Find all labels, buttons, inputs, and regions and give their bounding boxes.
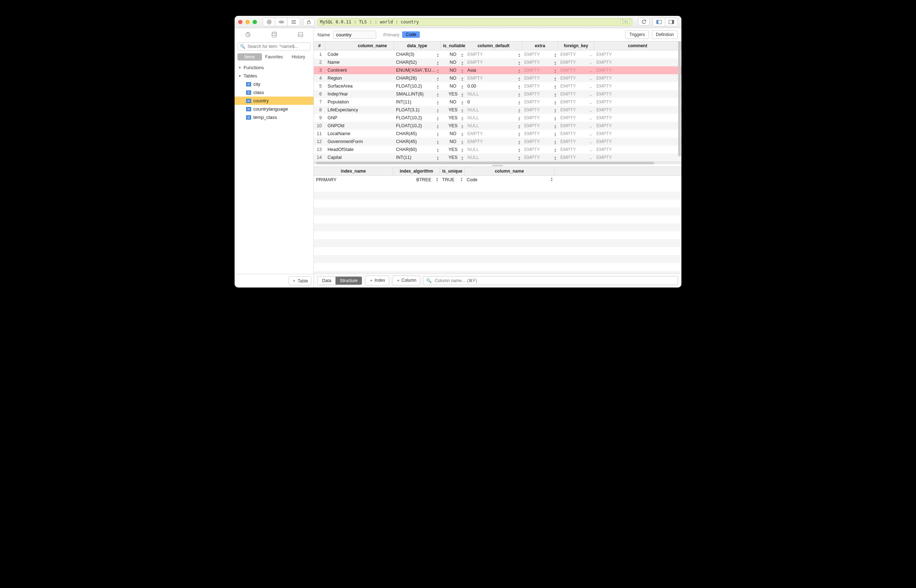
database-icon[interactable] (270, 30, 279, 39)
stepper-icon[interactable]: ▲▼ (461, 85, 464, 89)
col-name[interactable]: Continent (325, 68, 394, 73)
table-name-input[interactable] (333, 31, 376, 39)
col-comment[interactable]: EMPTY (594, 115, 682, 120)
col-comment[interactable]: EMPTY (594, 76, 682, 81)
col-comment[interactable]: EMPTY (594, 52, 682, 57)
col-default[interactable]: 0▲▼ (465, 99, 522, 105)
stepper-icon[interactable]: ▲▼ (554, 132, 557, 136)
col-fk[interactable]: EMPTY→ (558, 84, 594, 89)
stepper-icon[interactable]: ▲▼ (436, 77, 439, 81)
arrow-right-icon[interactable]: → (589, 117, 593, 120)
col-nullable[interactable]: NO▲▼ (441, 60, 465, 65)
col-extra[interactable]: EMPTY▲▼ (522, 68, 558, 73)
stepper-icon[interactable]: ▲▼ (461, 93, 464, 97)
col-comment[interactable]: EMPTY (594, 107, 682, 112)
stepper-icon[interactable]: ▲▼ (436, 100, 439, 105)
col-name[interactable]: GNP (325, 115, 394, 120)
stepper-icon[interactable]: ▲▼ (518, 132, 521, 136)
connection-breadcrumb[interactable]: MySQL 8.0.11 : TLS : : world : country l… (317, 18, 632, 26)
stepper-icon[interactable]: ▲▼ (518, 93, 521, 97)
arrow-right-icon[interactable]: → (589, 101, 593, 105)
col-nullable[interactable]: NO▲▼ (441, 52, 465, 57)
idx-unique[interactable]: TRUE▲▼ (440, 176, 464, 184)
arrow-right-icon[interactable]: → (589, 93, 593, 97)
left-pane-toggle[interactable] (653, 18, 665, 26)
segment-favorites[interactable]: Favorites (262, 53, 286, 61)
header-comment[interactable]: comment (594, 42, 682, 50)
column-row[interactable]: 4RegionCHAR(26)▲▼NO▲▼EMPTY▲▼EMPTY▲▼EMPTY… (314, 74, 682, 82)
col-nullable[interactable]: NO▲▼ (441, 131, 465, 136)
arrow-right-icon[interactable]: → (589, 69, 593, 73)
header-default[interactable]: column_default (465, 42, 522, 50)
col-default[interactable]: 0.00▲▼ (465, 84, 522, 89)
col-name[interactable]: SurfaceArea (325, 84, 394, 89)
stepper-icon[interactable]: ▲▼ (436, 124, 439, 128)
col-type[interactable]: CHAR(45)▲▼ (394, 139, 441, 144)
col-fk[interactable]: EMPTY→ (558, 76, 594, 81)
stepper-icon[interactable]: ▲▼ (518, 124, 521, 128)
stepper-icon[interactable]: ▲▼ (550, 177, 553, 182)
col-type[interactable]: INT(11)▲▼ (394, 99, 441, 105)
zoom-window-button[interactable] (253, 20, 257, 24)
col-fk[interactable]: EMPTY→ (558, 52, 594, 57)
idx-col[interactable]: Code▲▼ (464, 176, 554, 184)
add-index-button[interactable]: ＋ Index (365, 276, 389, 285)
col-fk[interactable]: EMPTY→ (558, 107, 594, 112)
col-name[interactable]: LocalName (325, 131, 394, 136)
arrow-right-icon[interactable]: → (589, 149, 593, 152)
stepper-icon[interactable]: ▲▼ (461, 77, 464, 81)
stepper-icon[interactable]: ▲▼ (518, 53, 521, 57)
stepper-icon[interactable]: ▲▼ (461, 69, 464, 73)
segment-items[interactable]: Items (237, 53, 262, 61)
stepper-icon[interactable]: ▲▼ (461, 116, 464, 120)
arrow-right-icon[interactable]: → (589, 61, 593, 65)
col-comment[interactable]: EMPTY (594, 147, 682, 152)
stepper-icon[interactable]: ▲▼ (554, 156, 557, 160)
col-comment[interactable]: EMPTY (594, 155, 682, 160)
col-fk[interactable]: EMPTY→ (558, 60, 594, 65)
col-extra[interactable]: EMPTY▲▼ (522, 155, 558, 160)
sidebar-table-temp_class[interactable]: temp_class (234, 113, 313, 121)
col-extra[interactable]: EMPTY▲▼ (522, 92, 558, 97)
arrow-right-icon[interactable]: → (589, 77, 593, 81)
col-name[interactable]: Name (325, 60, 394, 65)
col-nullable[interactable]: YES▲▼ (441, 92, 465, 97)
vertical-scrollbar[interactable] (678, 41, 681, 157)
sidebar-table-city[interactable]: city (234, 80, 313, 88)
col-name[interactable]: Region (325, 76, 394, 81)
col-name[interactable]: GovernmentForm (325, 139, 394, 144)
col-type[interactable]: INT(11)▲▼ (394, 155, 441, 160)
col-nullable[interactable]: YES▲▼ (441, 107, 465, 112)
sidebar-search-input[interactable] (247, 44, 308, 49)
arrow-right-icon[interactable]: → (589, 53, 593, 57)
stepper-icon[interactable]: ▲▼ (461, 53, 464, 57)
stepper-icon[interactable]: ▲▼ (461, 100, 464, 105)
col-default[interactable]: NULL▲▼ (465, 123, 522, 128)
col-nullable[interactable]: NO▲▼ (441, 99, 465, 105)
col-name[interactable]: LifeExpectancy (325, 107, 394, 112)
stepper-icon[interactable]: ▲▼ (436, 93, 439, 97)
column-row[interactable]: 6IndepYearSMALLINT(6)▲▼YES▲▼NULL▲▼EMPTY▲… (314, 90, 682, 98)
column-row[interactable]: 5SurfaceAreaFLOAT(10,2)▲▼NO▲▼0.00▲▼EMPTY… (314, 82, 682, 90)
stepper-icon[interactable]: ▲▼ (518, 100, 521, 105)
stepper-icon[interactable]: ▲▼ (461, 61, 464, 65)
stepper-icon[interactable]: ▲▼ (436, 108, 439, 112)
column-row[interactable]: 11LocalNameCHAR(45)▲▼NO▲▼EMPTY▲▼EMPTY▲▼E… (314, 130, 682, 137)
col-type[interactable]: CHAR(60)▲▼ (394, 147, 441, 152)
col-nullable[interactable]: YES▲▼ (441, 147, 465, 152)
stepper-icon[interactable]: ▲▼ (518, 69, 521, 73)
section-tables[interactable]: Tables (234, 72, 313, 80)
col-type[interactable]: FLOAT(3,1)▲▼ (394, 107, 441, 112)
close-window-button[interactable] (238, 20, 242, 24)
col-name[interactable]: HeadOfState (325, 147, 394, 152)
col-default[interactable]: NULL▲▼ (465, 147, 522, 152)
col-default[interactable]: EMPTY▲▼ (465, 60, 522, 65)
stepper-icon[interactable]: ▲▼ (518, 108, 521, 112)
stepper-icon[interactable]: ▲▼ (461, 124, 464, 128)
col-default[interactable]: EMPTY▲▼ (465, 52, 522, 57)
stepper-icon[interactable]: ▲▼ (554, 124, 557, 128)
col-extra[interactable]: EMPTY▲▼ (522, 99, 558, 105)
idx-header-unique[interactable]: is_unique (440, 167, 464, 176)
idx-header-name[interactable]: index_name (314, 167, 393, 176)
stepper-icon[interactable]: ▲▼ (461, 140, 464, 144)
